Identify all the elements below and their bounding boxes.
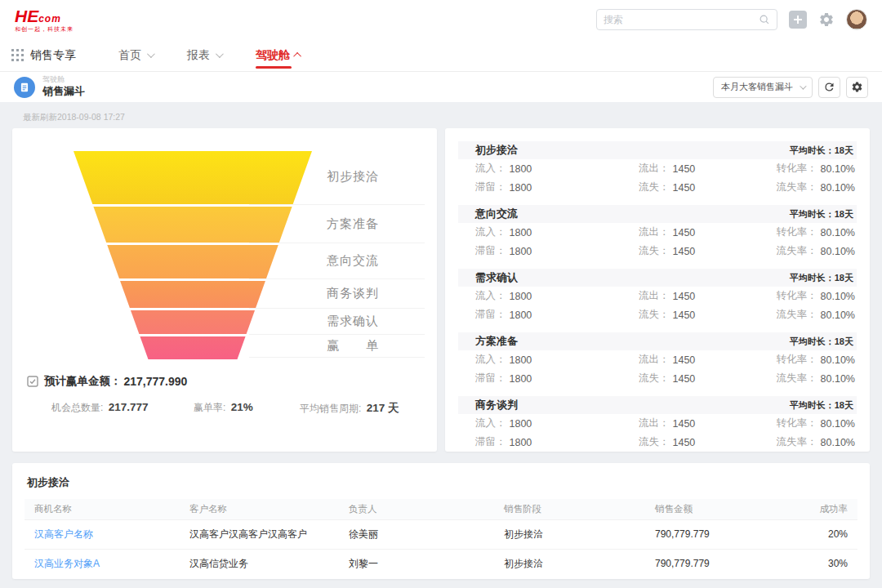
stage-stat: 流失率：80.10% xyxy=(768,369,857,388)
nav-tab-1[interactable]: 报表 xyxy=(187,39,221,72)
table-cell: 30% xyxy=(784,549,858,578)
stage-stat-value: 80.10% xyxy=(821,246,855,257)
funnel-segment-5[interactable] xyxy=(140,336,245,359)
stage-stat-label: 转化率： xyxy=(777,353,817,367)
stage-section-title: 意向交流 xyxy=(475,207,518,221)
nav-tab-0[interactable]: 首页 xyxy=(118,39,153,72)
stage-section-title: 方案准备 xyxy=(475,334,518,349)
stage-stat: 转化率：80.10% xyxy=(768,159,857,178)
stage-stat-value: 1800 xyxy=(510,182,532,194)
stage-stat: 流失率：80.10% xyxy=(768,433,857,452)
stage-stat-label: 流出： xyxy=(639,289,670,303)
stage-stat-label: 转化率： xyxy=(777,162,817,176)
stage-section-header: 方案准备平均时长：18天 xyxy=(458,332,857,350)
stage-duration: 平均时长：18天 xyxy=(790,336,855,348)
checkbox-icon[interactable] xyxy=(27,376,38,387)
metric-label: 赢单率: xyxy=(194,402,229,413)
opportunity-link[interactable]: 汉高业务对象A xyxy=(24,549,180,578)
metric-value: 21% xyxy=(231,401,253,413)
opportunity-table-card: 初步接洽 商机名称客户名称负责人销售阶段销售金额成功率 汉高客户名称汉高客户汉高… xyxy=(12,463,870,579)
stage-stat-value: 1800 xyxy=(510,291,532,302)
chevron-down-icon xyxy=(216,50,224,58)
nav-tab-label: 报表 xyxy=(187,48,210,63)
stage-stat: 流失：1450 xyxy=(621,178,768,197)
search-icon xyxy=(759,14,770,25)
stage-stat-label: 流失： xyxy=(639,372,670,385)
stage-section-header: 初步接洽平均时长：18天 xyxy=(458,141,857,159)
stage-stat-value: 1800 xyxy=(510,373,532,385)
stage-stat: 滞留：1800 xyxy=(458,178,621,197)
stage-stat: 流出：1450 xyxy=(621,350,768,369)
stage-stat-value: 1800 xyxy=(510,246,532,257)
stage-stat-value: 80.10% xyxy=(821,163,855,175)
stage-section-header: 商务谈判平均时长：18天 xyxy=(458,396,857,414)
stage-duration-value: 18天 xyxy=(835,145,853,155)
opportunity-link[interactable]: 汉高客户名称 xyxy=(24,519,180,549)
funnel-stage-label: 初步接洽 xyxy=(249,169,379,185)
stage-stat: 滞留：1800 xyxy=(458,305,621,324)
stage-stat-value: 1450 xyxy=(673,246,696,257)
stage-stat-value: 80.10% xyxy=(821,310,855,321)
user-avatar[interactable] xyxy=(846,9,867,30)
stage-duration-label: 平均时长： xyxy=(790,336,835,346)
nav-tab-2[interactable]: 驾驶舱 xyxy=(256,39,301,72)
stage-section-header: 意向交流平均时长：18天 xyxy=(458,205,857,223)
stage-section-title: 商务谈判 xyxy=(475,398,518,412)
funnel-segment-4[interactable] xyxy=(131,310,255,334)
stage-stat: 流入：1800 xyxy=(458,414,621,433)
stage-stat: 流入：1800 xyxy=(458,159,621,178)
stage-stat-label: 转化率： xyxy=(777,225,817,239)
stage-duration-value: 18天 xyxy=(835,273,853,283)
stage-stat: 流失：1450 xyxy=(621,242,768,261)
stage-stat: 流失率：80.10% xyxy=(768,242,857,261)
breadcrumb: 驾驶舱 xyxy=(42,76,85,84)
stage-stat-value: 1800 xyxy=(510,437,532,448)
expected-amount-label: 预计赢单金额： xyxy=(44,374,122,389)
chevron-down-icon xyxy=(800,82,806,89)
stage-section-title: 需求确认 xyxy=(475,270,518,285)
funnel-stage-label: 意向交流 xyxy=(249,253,379,269)
add-button[interactable] xyxy=(789,11,807,29)
nav-tab-label: 首页 xyxy=(118,48,141,63)
stage-stat-value: 1800 xyxy=(510,310,532,321)
gear-icon xyxy=(851,81,863,93)
stage-stat: 流入：1800 xyxy=(458,350,621,369)
refresh-button[interactable] xyxy=(818,77,840,98)
stage-stat: 流失：1450 xyxy=(621,433,768,452)
funnel-selector[interactable]: 本月大客销售漏斗 xyxy=(713,77,813,98)
stage-stat-value: 80.10% xyxy=(821,354,855,366)
apps-grid-icon[interactable] xyxy=(11,49,24,61)
funnel-stage-label-row: 赢 单 xyxy=(249,335,425,358)
stage-stat-label: 流入： xyxy=(475,416,506,430)
stage-stat-label: 流出： xyxy=(639,162,670,176)
card-settings-button[interactable] xyxy=(846,77,868,98)
funnel-segment-3[interactable] xyxy=(120,281,265,308)
stage-stat-value: 1800 xyxy=(510,354,532,366)
topbar: HEcom 和创一起，科技未来 xyxy=(0,0,882,39)
stage-stat-label: 流入： xyxy=(475,225,506,239)
brand-logo: HEcom 和创一起，科技未来 xyxy=(15,7,74,32)
stage-stat-label: 流失： xyxy=(639,180,670,194)
nav-tabs: 首页报表驾驶舱 xyxy=(118,39,336,72)
stage-section-2: 需求确认平均时长：18天流入：1800流出：1450转化率：80.10%滞留：1… xyxy=(458,269,857,324)
table-row: 汉高业务对象A汉高信贷业务刘黎一初步接洽790,779.77930% xyxy=(24,549,858,578)
stage-stat: 转化率：80.10% xyxy=(768,414,857,433)
search-input[interactable] xyxy=(604,14,759,25)
settings-gear-button[interactable] xyxy=(818,11,835,28)
stage-section-1: 意向交流平均时长：18天流入：1800流出：1450转化率：80.10%滞留：1… xyxy=(458,205,857,261)
stage-details-card: 初步接洽平均时长：18天流入：1800流出：1450转化率：80.10%滞留：1… xyxy=(445,128,870,452)
expected-amount-value: 217,777.990 xyxy=(124,375,188,388)
stage-stat: 流出：1450 xyxy=(621,223,768,242)
app-label: 销售专享 xyxy=(30,48,76,63)
table-cell: 汉高信贷业务 xyxy=(180,549,339,578)
stage-stats-grid: 流入：1800流出：1450转化率：80.10%滞留：1800流失：1450流失… xyxy=(458,223,857,261)
stage-stat: 流出：1450 xyxy=(621,287,768,305)
stage-stat-value: 1800 xyxy=(510,227,532,238)
stage-stat-label: 流入： xyxy=(475,353,506,367)
stage-stat-value: 1800 xyxy=(510,163,532,175)
stage-stat-value: 1450 xyxy=(673,291,696,302)
main-content: 最新刷新2018-09-08 17:27 初步接洽方案准备意向交流商务谈判需求确… xyxy=(0,102,882,579)
table-col-header: 商机名称 xyxy=(24,499,180,519)
global-search[interactable] xyxy=(596,9,777,30)
stage-stat: 滞留：1800 xyxy=(458,369,621,388)
